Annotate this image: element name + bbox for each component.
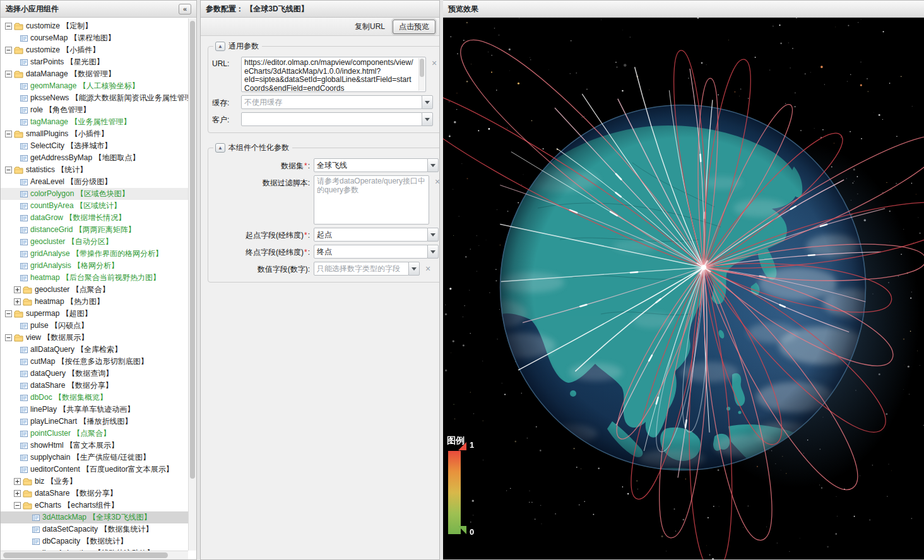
url-input[interactable]: https://editor.olmap.cn/mapview/componen… (241, 57, 426, 92)
expand-toggle-icon[interactable] (14, 490, 21, 497)
tree-folder-item[interactable]: customize 【定制】 (1, 20, 188, 32)
tree-leaf-item[interactable]: 3dAttackMap 【全球3D飞线图】 (1, 511, 188, 523)
collapse-toggle-icon[interactable] (14, 502, 21, 509)
tree-item-label: pulse 【闪硕点】 (30, 320, 88, 331)
clear-icon[interactable]: × (436, 97, 439, 107)
chevron-down-icon[interactable] (427, 158, 439, 172)
tree-vertical-scrollbar[interactable] (188, 18, 196, 551)
scrollbar-thumb[interactable] (3, 552, 168, 558)
start-field-input[interactable] (314, 228, 428, 242)
client-select[interactable] (241, 112, 433, 126)
textarea-scrollbar[interactable] (418, 58, 425, 91)
tree-folder-item[interactable]: view 【数据展示】 (1, 332, 188, 344)
tree-leaf-item[interactable]: dbDoc 【数据集概览】 (1, 392, 188, 404)
collapse-toggle-icon[interactable] (5, 334, 12, 341)
tree-folder-item[interactable]: dataShare 【数据分享】 (1, 487, 188, 499)
tree-leaf-item[interactable]: gridAnalysis 【格网分析】 (1, 260, 188, 272)
tree-leaf-item[interactable]: linePlay 【共享单车轨迹动画】 (1, 404, 188, 416)
tree-folder-item[interactable]: eCharts 【echarts组件】 (1, 499, 188, 511)
tree-leaf-item[interactable]: tagManage 【业务属性管理】 (1, 116, 188, 128)
tree-leaf-item[interactable]: supplychain 【生产供应链/迁徙图】 (1, 452, 188, 464)
tree-folder-item[interactable]: dataManage 【数据管理】 (1, 68, 188, 80)
tree-leaf-item[interactable]: countByArea 【区域统计】 (1, 200, 188, 212)
tree-leaf-item[interactable]: pksseNews 【能源大数据新闻资讯业务属性管理】 (1, 92, 188, 104)
tree-leaf-item[interactable]: playLineChart 【播放折线图】 (1, 416, 188, 428)
tree-leaf-item[interactable]: colorPolygon 【区域色块图】 (1, 188, 188, 200)
end-field-select[interactable] (314, 245, 439, 259)
preview-panel: 预览效果 (443, 0, 924, 560)
tree-leaf-item[interactable]: cutMap 【按任意多边形切割底图】 (1, 356, 188, 368)
tree-leaf-item[interactable]: geomManage 【人工核验坐标】 (1, 80, 188, 92)
tree-folder-item[interactable]: biz 【业务】 (1, 475, 188, 487)
tree-item-label: countByArea 【区域统计】 (30, 201, 121, 211)
value-field-select[interactable] (314, 262, 420, 276)
click-preview-button[interactable]: 点击预览 (393, 20, 435, 34)
tree-leaf-item[interactable]: AreaLevel 【面分级图】 (1, 176, 188, 188)
tree-folder-item[interactable]: heatmap 【热力图】 (1, 296, 188, 308)
collapse-panel-icon[interactable]: « (179, 4, 191, 15)
end-field-input[interactable] (314, 245, 428, 259)
tree-leaf-item[interactable]: SelectCity 【选择城市】 (1, 140, 188, 152)
collapse-section-icon[interactable]: ▲ (215, 42, 225, 51)
expand-toggle-icon[interactable] (14, 298, 21, 305)
client-input[interactable] (241, 112, 422, 126)
filter-script-input[interactable] (314, 175, 429, 225)
tree-leaf-item[interactable]: courseMap 【课程地图】 (1, 32, 188, 44)
collapse-section-icon[interactable]: ▲ (215, 143, 225, 153)
collapse-toggle-icon[interactable] (5, 23, 12, 30)
tree-horizontal-scrollbar[interactable] (1, 551, 188, 559)
component-leaf-icon (20, 466, 28, 474)
collapse-toggle-icon[interactable] (5, 71, 12, 78)
chevron-down-icon[interactable] (408, 262, 420, 276)
chevron-down-icon[interactable] (422, 95, 433, 109)
chevron-down-icon[interactable] (427, 245, 439, 259)
tree-leaf-item[interactable]: heatmap 【后台聚合当前视野热力图】 (1, 272, 188, 284)
tree-leaf-item[interactable]: role 【角色管理】 (1, 104, 188, 116)
cache-select[interactable] (241, 95, 433, 109)
tree-leaf-item[interactable]: ueditorContent 【百度ueditor富文本展示】 (1, 464, 188, 475)
value-field-input[interactable] (314, 262, 409, 276)
tree-folder-item[interactable]: supermap 【超图】 (1, 308, 188, 320)
tree-leaf-item[interactable]: dataSetCapacity 【数据集统计】 (1, 523, 188, 535)
tree-leaf-item[interactable]: dataShare 【数据分享】 (1, 380, 188, 392)
chevron-down-icon[interactable] (422, 112, 433, 126)
tree-leaf-item[interactable]: getAddressByMap 【地图取点】 (1, 152, 188, 164)
globe-preview-canvas[interactable]: 图例 1 0 (443, 18, 924, 559)
tree-leaf-item[interactable]: dataQuery 【数据查询】 (1, 368, 188, 380)
tree-leaf-item[interactable]: showHtml 【富文本展示】 (1, 440, 188, 452)
tree-leaf-item[interactable]: pulse 【闪硕点】 (1, 320, 188, 332)
tree-leaf-item[interactable]: starPoints 【星光图】 (1, 56, 188, 68)
tree-leaf-item[interactable]: gridAnalyse 【带操作界面的格网分析】 (1, 248, 188, 260)
cache-input[interactable] (241, 95, 422, 109)
start-field-select[interactable] (314, 228, 439, 242)
tree-leaf-item[interactable]: geocluster 【自动分区】 (1, 236, 188, 248)
tree-folder-item[interactable]: geocluster 【点聚合】 (1, 284, 188, 296)
tree-item-label: pointCluster 【点聚合】 (30, 428, 110, 439)
tree-folder-item[interactable]: smallPlugins 【小插件】 (1, 128, 188, 140)
tree-leaf-item[interactable]: distanceGrid 【两两距离矩阵】 (1, 224, 188, 236)
dataset-input[interactable] (314, 158, 428, 172)
tree-leaf-item[interactable]: dbCapacity 【数据统计】 (1, 535, 188, 547)
scrollbar-thumb[interactable] (420, 59, 424, 77)
clear-icon[interactable]: × (429, 58, 439, 68)
collapse-toggle-icon[interactable] (5, 47, 12, 54)
chevron-down-icon[interactable] (427, 228, 439, 242)
tree-leaf-item[interactable]: allDataQuery 【全库检索】 (1, 344, 188, 356)
collapse-toggle-icon[interactable] (5, 131, 12, 137)
clear-icon[interactable]: × (432, 177, 439, 187)
expand-toggle-icon[interactable] (14, 478, 21, 485)
client-field-row: 客户: × (212, 112, 439, 126)
clear-icon[interactable]: × (423, 264, 433, 274)
tree-leaf-item[interactable]: dataGrow 【数据增长情况】 (1, 212, 188, 224)
tree-folder-item[interactable]: customize 【小插件】 (1, 44, 188, 56)
clear-icon[interactable]: × (436, 114, 439, 124)
collapse-toggle-icon[interactable] (5, 166, 12, 173)
tree-item-label: colorPolygon 【区域色块图】 (30, 189, 129, 199)
copy-url-button[interactable]: 复制URL (351, 20, 389, 34)
tree-leaf-item[interactable]: pointCluster 【点聚合】 (1, 428, 188, 440)
tree-folder-item[interactable]: statistics 【统计】 (1, 164, 188, 176)
dataset-select[interactable] (314, 158, 439, 172)
collapse-toggle-icon[interactable] (5, 310, 12, 317)
scrollbar-thumb[interactable] (190, 21, 195, 479)
expand-toggle-icon[interactable] (14, 286, 21, 293)
